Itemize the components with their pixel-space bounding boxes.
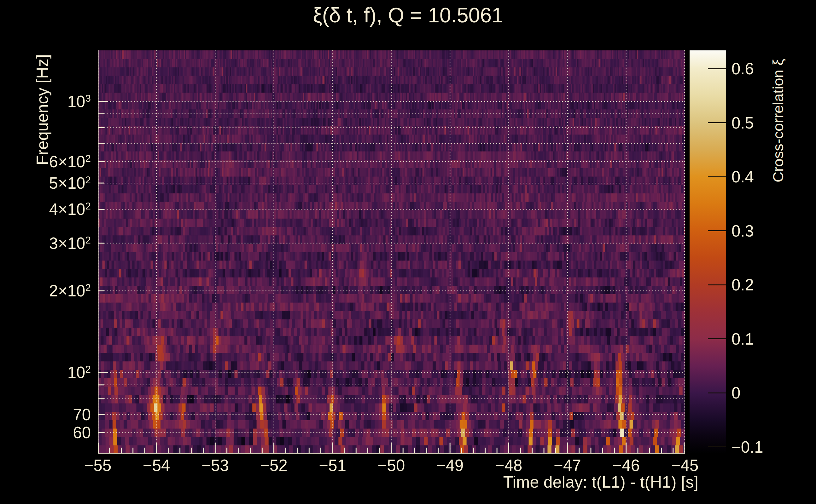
- y-tick-base: 2×10: [49, 282, 85, 300]
- x-tick-label: −49: [436, 456, 464, 475]
- x-tick-label: −51: [319, 456, 347, 475]
- x-tick-label: −45: [671, 456, 699, 475]
- colorbar-tick-label: 0: [732, 384, 740, 402]
- y-tick-base: 5×10: [49, 174, 85, 192]
- y-tick-base: 3×10: [49, 234, 85, 252]
- y-tick-exponent: 2: [85, 200, 91, 212]
- x-tick-label: −53: [201, 456, 229, 475]
- colorbar-tick-label: 0.4: [732, 168, 754, 186]
- y-tick-label: 102: [0, 363, 91, 382]
- x-tick-label: −52: [260, 456, 288, 475]
- figure-canvas: ξ(δ t, f), Q = 10.5061 Frequency [Hz] Cr…: [0, 0, 816, 504]
- y-tick-base: 10: [67, 93, 85, 111]
- x-tick-label: −46: [613, 456, 640, 475]
- y-tick-base: 10: [67, 364, 85, 381]
- y-tick-base: 60: [73, 424, 91, 442]
- colorbar-tick-label: 0.5: [732, 113, 754, 132]
- y-tick-exponent: 2: [85, 364, 91, 375]
- x-axis-title: Time delay: t(L1) - t(H1) [s]: [503, 473, 698, 491]
- x-tick-label: −50: [378, 456, 405, 475]
- y-tick-base: 6×10: [49, 152, 85, 170]
- y-axis-title: Frequency [Hz]: [33, 54, 52, 165]
- y-tick-label: 70: [0, 405, 91, 424]
- y-tick-label: 3×102: [0, 234, 91, 252]
- y-tick-label: 60: [0, 423, 91, 442]
- x-tick-label: −47: [554, 456, 581, 475]
- y-tick-exponent: 3: [85, 92, 91, 104]
- correlation-heatmap: [98, 50, 685, 454]
- x-tick-label: −48: [495, 456, 522, 475]
- colorbar: [690, 50, 726, 454]
- colorbar-tick-label: 0.3: [732, 221, 754, 240]
- x-tick-label: −54: [143, 456, 170, 475]
- colorbar-tick-label: 0.6: [732, 60, 754, 78]
- colorbar-title: Cross-correlation ξ: [769, 59, 787, 182]
- x-tick-label: −55: [84, 456, 112, 475]
- y-tick-base: 70: [73, 405, 91, 423]
- y-tick-base: 4×10: [49, 200, 85, 218]
- y-tick-exponent: 2: [85, 234, 91, 245]
- colorbar-tick-label: 0.2: [732, 276, 754, 294]
- colorbar-tick-label: 0.1: [732, 329, 754, 348]
- chart-title: ξ(δ t, f), Q = 10.5061: [313, 3, 503, 27]
- y-tick-exponent: 2: [85, 152, 91, 164]
- y-tick-label: 2×102: [0, 282, 91, 300]
- colorbar-tick-label: −0.1: [732, 438, 763, 456]
- y-tick-label: 5×102: [0, 174, 91, 192]
- y-tick-exponent: 2: [85, 174, 91, 185]
- y-tick-label: 4×102: [0, 200, 91, 219]
- y-tick-exponent: 2: [85, 282, 91, 293]
